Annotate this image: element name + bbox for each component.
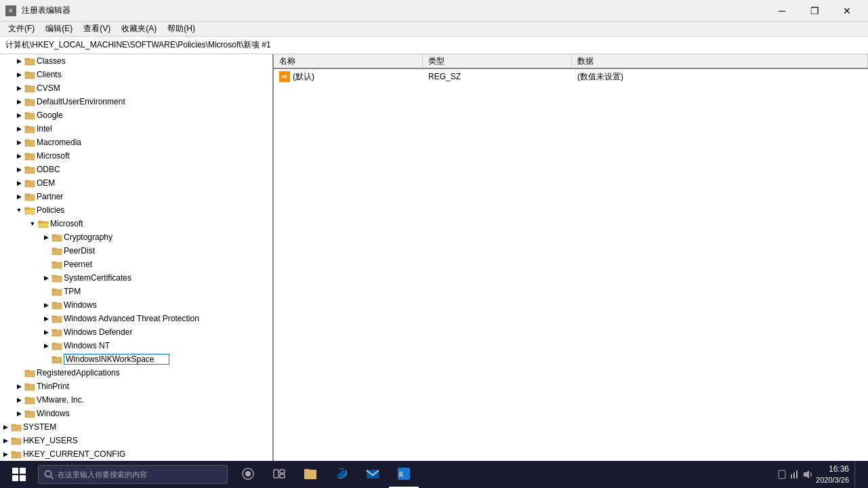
tree-item-windowsatp[interactable]: Windows Advanced Threat Protection bbox=[0, 312, 272, 325]
tray-clock[interactable]: 16:36 2020/3/26 bbox=[816, 464, 849, 485]
tree-item-label-odbc: ODBC bbox=[37, 165, 60, 174]
expand-arrow-odbc[interactable] bbox=[14, 164, 24, 175]
address-text: 计算机\HKEY_LOCAL_MACHINE\SOFTWARE\Policies… bbox=[5, 39, 271, 51]
menu-favorites[interactable]: 收藏夹(A) bbox=[116, 22, 162, 36]
folder-icon-hkey_current_config bbox=[11, 449, 22, 460]
mail-button[interactable] bbox=[358, 461, 388, 488]
expand-arrow-cvsm[interactable] bbox=[14, 83, 24, 94]
cell-data: (数值未设置) bbox=[572, 70, 868, 84]
expand-arrow-google[interactable] bbox=[14, 110, 24, 121]
expand-arrow-classes[interactable] bbox=[14, 56, 24, 66]
svg-point-3 bbox=[245, 471, 251, 476]
windows-icon bbox=[12, 468, 26, 481]
tree-item-registeredapplications[interactable]: RegisteredApplications bbox=[0, 366, 272, 380]
tree-item-policies[interactable]: Policies bbox=[0, 203, 272, 217]
tree-item-tpm[interactable]: TPM bbox=[0, 285, 272, 298]
expand-arrow-policies[interactable] bbox=[14, 205, 24, 216]
expand-arrow-macromedia[interactable] bbox=[14, 137, 24, 148]
cell-name-text: (默认) bbox=[293, 71, 314, 83]
show-desktop-icon[interactable] bbox=[778, 468, 786, 481]
tree-item-windowsdefender[interactable]: Windows Defender bbox=[0, 325, 272, 339]
col-header-type[interactable]: 类型 bbox=[423, 54, 572, 68]
expand-arrow-microsoft-policies[interactable] bbox=[27, 218, 38, 229]
menu-view[interactable]: 查看(V) bbox=[78, 22, 116, 36]
expand-arrow-windowsatp[interactable] bbox=[41, 313, 51, 324]
tree-item-clients[interactable]: Clients bbox=[0, 68, 272, 81]
expand-arrow-thinprint[interactable] bbox=[14, 381, 24, 392]
tree-item-classes[interactable]: Classes bbox=[0, 54, 272, 68]
tree-item-vmwareinc[interactable]: VMware, Inc. bbox=[0, 393, 272, 407]
tree-item-windows[interactable]: Windows bbox=[0, 298, 272, 312]
tree-item-windows-top[interactable]: Windows bbox=[0, 407, 272, 420]
regedit-button[interactable]: R bbox=[389, 461, 419, 488]
expand-arrow-vmwareinc[interactable] bbox=[14, 394, 24, 405]
tree-item-macromedia[interactable]: Macromedia bbox=[0, 136, 272, 149]
edge-button[interactable] bbox=[327, 461, 356, 488]
expand-arrow-microsoft-top[interactable] bbox=[14, 150, 24, 161]
taskbar-search[interactable]: 在这里输入你要搜索的内容 bbox=[38, 465, 228, 484]
table-row[interactable]: ab(默认)REG_SZ(数值未设置) bbox=[274, 69, 868, 84]
folder-icon-systemcertificates bbox=[51, 272, 62, 283]
tree-item-label-clients: Clients bbox=[37, 70, 62, 79]
tree-item-partner[interactable]: Partner bbox=[0, 190, 272, 203]
cortana-button[interactable] bbox=[233, 461, 263, 488]
expand-arrow-windowsnt[interactable] bbox=[41, 340, 51, 351]
expand-arrow-system[interactable] bbox=[0, 422, 11, 432]
tree-item-microsoft-policies[interactable]: Microsoft bbox=[0, 217, 272, 230]
minimize-button[interactable]: ─ bbox=[766, 0, 798, 22]
expand-arrow-windows-top[interactable] bbox=[14, 408, 24, 419]
tree-item-microsoft-top[interactable]: Microsoft bbox=[0, 149, 272, 163]
expand-arrow-partner[interactable] bbox=[14, 191, 24, 202]
main-content: ClassesClientsCVSMDefaultUserEnvironment… bbox=[0, 54, 868, 461]
tree-item-windowsnt[interactable]: Windows NT bbox=[0, 339, 272, 352]
menu-file[interactable]: 文件(F) bbox=[3, 22, 40, 36]
expand-arrow-clients[interactable] bbox=[14, 69, 24, 80]
expand-arrow-hkey_users[interactable] bbox=[0, 435, 11, 446]
fileexplorer-icon bbox=[303, 466, 318, 481]
folder-icon-windowsinkworkspace bbox=[51, 354, 62, 365]
tree-item-google[interactable]: Google bbox=[0, 108, 272, 122]
tree-item-windowsinkworkspace[interactable] bbox=[0, 352, 272, 366]
col-header-name[interactable]: 名称 bbox=[274, 54, 423, 68]
tree-item-hkey_users[interactable]: HKEY_USERS bbox=[0, 434, 272, 447]
expand-arrow-intel[interactable] bbox=[14, 123, 24, 134]
expand-arrow-oem[interactable] bbox=[14, 178, 24, 188]
tree-item-label-policies: Policies bbox=[37, 205, 64, 215]
tree-item-thinprint[interactable]: ThinPrint bbox=[0, 380, 272, 393]
tree-scroll[interactable]: ClassesClientsCVSMDefaultUserEnvironment… bbox=[0, 54, 272, 461]
tree-item-system[interactable]: SYSTEM bbox=[0, 420, 272, 434]
expand-arrow-systemcertificates[interactable] bbox=[41, 272, 51, 283]
tree-item-systemcertificates[interactable]: SystemCertificates bbox=[0, 271, 272, 285]
show-desktop-divider[interactable] bbox=[854, 461, 860, 488]
taskview-button[interactable] bbox=[264, 461, 294, 488]
close-button[interactable]: ✕ bbox=[831, 0, 863, 22]
taskbar-tray: 16:36 2020/3/26 bbox=[772, 461, 865, 488]
fileexplorer-button[interactable] bbox=[295, 461, 325, 488]
tree-item-label-intel: Intel bbox=[37, 124, 52, 134]
svg-rect-6 bbox=[280, 474, 285, 478]
tree-item-cryptography[interactable]: Cryptography bbox=[0, 230, 272, 244]
tree-item-defaultuserenvironment[interactable]: DefaultUserEnvironment bbox=[0, 95, 272, 108]
tree-item-peerdist[interactable]: PeerDist bbox=[0, 244, 272, 258]
expand-arrow-windowsdefender[interactable] bbox=[41, 327, 51, 338]
expand-arrow-hkey_current_config[interactable] bbox=[0, 449, 11, 460]
tree-item-hkey_current_config[interactable]: HKEY_CURRENT_CONFIG bbox=[0, 447, 272, 461]
tree-item-oem[interactable]: OEM bbox=[0, 176, 272, 190]
tree-item-intel[interactable]: Intel bbox=[0, 122, 272, 136]
menu-help[interactable]: 帮助(H) bbox=[162, 22, 201, 36]
restore-button[interactable]: ❐ bbox=[799, 0, 830, 22]
volume-icon[interactable] bbox=[802, 468, 813, 481]
tree-item-odbc[interactable]: ODBC bbox=[0, 163, 272, 176]
tree-item-edit-windowsinkworkspace[interactable] bbox=[64, 354, 169, 365]
network-icon[interactable] bbox=[789, 468, 800, 481]
tree-item-peernet[interactable]: Peernet bbox=[0, 258, 272, 271]
tree-item-label-defaultuserenvironment: DefaultUserEnvironment bbox=[37, 97, 125, 106]
tree-item-label-system: SYSTEM bbox=[23, 422, 56, 432]
tree-item-cvsm[interactable]: CVSM bbox=[0, 81, 272, 95]
menu-edit[interactable]: 编辑(E) bbox=[40, 22, 78, 36]
col-header-data[interactable]: 数据 bbox=[572, 54, 868, 68]
start-button[interactable] bbox=[3, 461, 35, 488]
expand-arrow-defaultuserenvironment[interactable] bbox=[14, 96, 24, 107]
expand-arrow-windows[interactable] bbox=[41, 300, 51, 310]
expand-arrow-cryptography[interactable] bbox=[41, 232, 51, 243]
